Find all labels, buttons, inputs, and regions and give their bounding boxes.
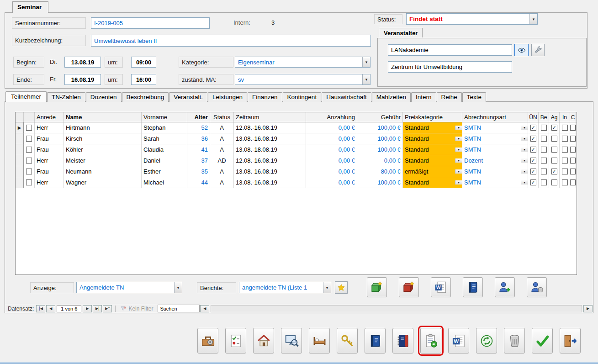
chevron-down-icon[interactable]: ▾ <box>529 14 537 24</box>
tab-intern[interactable]: Intern <box>411 92 436 102</box>
chevron-down-icon[interactable]: ▾ <box>362 57 370 67</box>
abrechnungsart-select[interactable]: SMTN▾ <box>462 122 528 133</box>
cell-gebuehr[interactable]: 80,00 € <box>357 166 403 177</box>
checkbox[interactable]: ✓ <box>530 136 536 142</box>
word-button[interactable]: W <box>448 328 469 353</box>
row-selector[interactable]: ▶ <box>16 122 24 133</box>
flag-checkbox-In[interactable] <box>560 144 570 155</box>
cell-status[interactable]: A <box>210 166 234 177</box>
cell-alter[interactable]: 35 <box>187 166 210 177</box>
chevron-down-icon[interactable]: ▾ <box>521 126 528 130</box>
checklist-button[interactable] <box>225 328 246 353</box>
checkbox[interactable] <box>551 147 557 153</box>
chevron-down-icon[interactable]: ▾ <box>521 180 528 185</box>
flag-checkbox-C[interactable] <box>570 122 576 133</box>
cell-anrede[interactable]: Herr <box>35 122 64 133</box>
checkbox[interactable] <box>541 147 547 153</box>
cell-anzahlung[interactable]: 0,00 € <box>306 177 357 188</box>
cell-name[interactable]: Meister <box>64 155 142 166</box>
cell-vorname[interactable]: Esther <box>142 166 187 177</box>
preiskategorie-select[interactable]: Standard▾ <box>403 155 462 166</box>
checkbox[interactable] <box>541 179 547 185</box>
cell-gebuehr[interactable]: 0,00 € <box>357 155 403 166</box>
confirm-button[interactable] <box>532 328 553 353</box>
cell-anrede[interactable]: Herr <box>35 177 64 188</box>
flag-checkbox-In[interactable] <box>560 177 570 188</box>
column-header-c[interactable]: C <box>570 112 576 122</box>
row-selector[interactable] <box>16 177 24 188</box>
beginn-date-input[interactable]: 13.08.19 <box>64 57 101 68</box>
cell-anzahlung[interactable]: 0,00 € <box>306 144 357 155</box>
veranstalter-detail-input[interactable]: Zentrum für Umweltbildung <box>388 61 512 73</box>
cell-status[interactable]: A <box>210 144 234 155</box>
ende-date-input[interactable]: 16.08.19 <box>64 74 101 85</box>
chevron-down-icon[interactable]: ▾ <box>521 137 528 141</box>
tab-beschreibung[interactable]: Beschreibung <box>122 92 169 102</box>
flag-checkbox-Ag[interactable]: ✓ <box>549 166 560 177</box>
abrechnungsart-select[interactable]: SMTN▾ <box>462 177 528 188</box>
checkbox[interactable]: ✓ <box>530 125 536 131</box>
delete-button[interactable] <box>504 328 525 353</box>
cell-zeitraum[interactable]: 13.08.-18.08.19 <box>234 144 306 155</box>
checkbox[interactable] <box>562 158 568 164</box>
new-document-button[interactable] <box>420 328 441 353</box>
horizontal-scrollbar[interactable] <box>211 305 582 312</box>
checkbox[interactable] <box>26 179 32 185</box>
row-select-checkbox[interactable] <box>24 155 35 166</box>
rooms-button[interactable] <box>309 328 330 353</box>
red-package-button[interactable] <box>399 277 419 297</box>
kurzbezeichnung-input[interactable]: Umweltbewusst leben II <box>91 35 371 47</box>
flag-checkbox-In[interactable] <box>560 133 570 144</box>
cell-anzahlung[interactable]: 0,00 € <box>306 166 357 177</box>
book-button[interactable] <box>365 328 386 353</box>
flag-checkbox-Ag[interactable] <box>549 144 560 155</box>
tab-texte[interactable]: Texte <box>462 92 486 102</box>
checkbox[interactable] <box>541 158 547 164</box>
chevron-down-icon[interactable]: ▾ <box>455 180 462 185</box>
cell-anrede[interactable]: Frau <box>35 133 64 144</box>
checkbox[interactable]: ✓ <box>530 158 536 164</box>
row-select-checkbox[interactable] <box>24 133 35 144</box>
berichte-select[interactable]: angemeldete TN (Liste 1 ▾ <box>239 282 331 293</box>
chevron-down-icon[interactable]: ▾ <box>455 137 462 141</box>
notebook-button[interactable] <box>392 328 413 353</box>
preiskategorie-select[interactable]: Standard▾ <box>403 133 462 144</box>
flag-checkbox-ÜN[interactable]: ✓ <box>528 177 539 188</box>
chevron-down-icon[interactable]: ▾ <box>455 158 462 163</box>
cell-name[interactable]: Neumann <box>64 166 142 177</box>
column-header-ün[interactable]: ÜN <box>528 112 539 122</box>
chevron-down-icon[interactable]: ▾ <box>174 282 182 293</box>
chevron-down-icon[interactable]: ▾ <box>455 148 462 152</box>
first-record-button[interactable]: |◀ <box>36 305 45 312</box>
row-selector[interactable] <box>16 155 24 166</box>
checkbox[interactable] <box>562 179 568 185</box>
column-header-anrede[interactable]: Anrede <box>35 112 64 122</box>
cell-alter[interactable]: 41 <box>187 144 210 155</box>
column-header-gebühr[interactable]: Gebühr <box>357 112 403 122</box>
checkbox[interactable] <box>562 169 568 174</box>
cell-status[interactable]: A <box>210 122 234 133</box>
edit-veranstalter-button[interactable] <box>531 44 545 56</box>
preiskategorie-select[interactable]: Standard▾ <box>403 144 462 155</box>
cell-anrede[interactable]: Herr <box>35 155 64 166</box>
chevron-down-icon[interactable]: ▾ <box>455 126 462 130</box>
cell-anrede[interactable]: Frau <box>35 166 64 177</box>
column-header-in[interactable]: In <box>560 112 570 122</box>
checkbox[interactable] <box>570 147 576 153</box>
checkbox[interactable] <box>570 136 576 142</box>
home-button[interactable] <box>253 328 274 353</box>
tab-mahlzeiten[interactable]: Mahlzeiten <box>372 92 411 102</box>
flag-checkbox-C[interactable] <box>570 133 576 144</box>
row-select-checkbox[interactable] <box>24 177 35 188</box>
cell-anzahlung[interactable]: 0,00 € <box>306 122 357 133</box>
cell-anzahlung[interactable]: 0,00 € <box>306 155 357 166</box>
cell-name[interactable]: Hirtmann <box>64 122 142 133</box>
cell-name[interactable]: Kirsch <box>64 133 142 144</box>
last-record-button[interactable]: ▶| <box>93 305 102 312</box>
kein-filter-button[interactable]: Kein Filter <box>118 306 155 312</box>
checkbox[interactable]: ✓ <box>530 179 536 185</box>
column-header-alter[interactable]: Alter <box>187 112 210 122</box>
cell-vorname[interactable]: Michael <box>142 177 187 188</box>
flag-checkbox-Ag[interactable] <box>549 155 560 166</box>
cell-status[interactable]: A <box>210 177 234 188</box>
